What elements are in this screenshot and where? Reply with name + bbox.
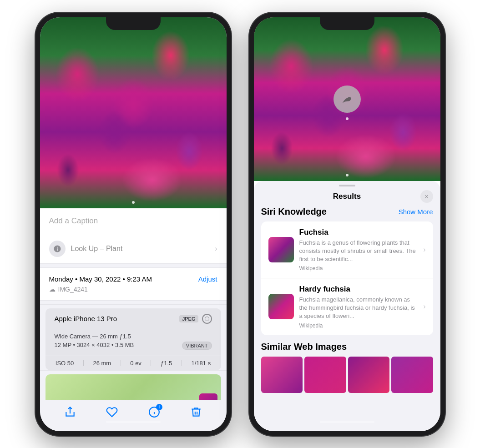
info-badge: i: [156, 404, 162, 410]
hardy-text: Hardy fuchsia Fuchsia magellanica, commo…: [299, 285, 418, 329]
results-header: Results ×: [254, 190, 440, 206]
similar-image-4[interactable]: [391, 357, 433, 393]
exif-divider-4: [182, 360, 182, 366]
exif-focal: 26 mm: [93, 360, 111, 367]
sheet-handle: [339, 185, 355, 186]
share-button[interactable]: [64, 406, 76, 418]
camera-header: Apple iPhone 13 Pro JPEG: [45, 308, 221, 329]
lens-info: Wide Camera — 26 mm ƒ1.5: [55, 333, 212, 340]
badge-row: JPEG: [179, 314, 212, 324]
flower-background: [40, 17, 227, 208]
similar-title: Similar Web Images: [261, 342, 433, 352]
map-thumbnail: [199, 393, 217, 400]
lookup-subject: Plant: [104, 245, 122, 252]
fuchsia-description: Fuchsia is a genus of flowering plants t…: [299, 239, 418, 264]
exif-divider-3: [151, 360, 151, 366]
home-indicator-2: [320, 421, 374, 423]
fuchsia-chevron-icon: ›: [423, 246, 425, 254]
similar-image-1[interactable]: [261, 357, 303, 393]
page-dot-indicator: [132, 201, 135, 204]
photo-info-area[interactable]: Add a Caption Look Up – Plant ›: [40, 208, 227, 400]
phone-2-screen: Results × Siri Knowledge Show More Fuchs…: [254, 17, 440, 431]
phone-1-screen: Add a Caption Look Up – Plant ›: [40, 17, 227, 431]
siri-dot: [346, 117, 349, 120]
favorite-button[interactable]: [106, 406, 118, 418]
lookup-row[interactable]: Look Up – Plant ›: [40, 234, 227, 264]
home-indicator-1: [106, 421, 161, 423]
info-badge-label: i: [158, 405, 160, 409]
fuchsia-source: Wikipedia: [299, 265, 418, 272]
hardy-chevron-icon: ›: [423, 302, 425, 311]
hardy-source: Wikipedia: [299, 322, 418, 329]
knowledge-card: Fuchsia Fuchsia is a genus of flowering …: [261, 221, 433, 335]
date-text: Monday • May 30, 2022 • 9:23 AM: [49, 275, 152, 283]
camera-section: Apple iPhone 13 Pro JPEG Wide Camera — 2…: [40, 304, 227, 371]
hardy-description: Fuchsia magellanica, commonly known as t…: [299, 296, 418, 321]
notch-2: [320, 17, 374, 30]
show-more-button[interactable]: Show More: [399, 208, 433, 216]
exif-divider: [83, 360, 84, 366]
fuchsia-text: Fuchsia Fuchsia is a genus of flowering …: [299, 228, 418, 272]
camera-stats-row: 12 MP • 3024 × 4032 • 3.5 MB VIBRANT: [55, 342, 212, 350]
results-content: Siri Knowledge Show More Fuchsia Fuchsia…: [254, 206, 440, 393]
cloud-icon: ☁: [49, 286, 56, 293]
phone-2: Results × Siri Knowledge Show More Fuchs…: [249, 13, 445, 436]
knowledge-item-fuchsia[interactable]: Fuchsia Fuchsia is a genus of flowering …: [261, 221, 433, 279]
camera-model: Apple iPhone 13 Pro: [55, 315, 117, 322]
lookup-label: Look Up –: [71, 245, 104, 252]
page-dot-indicator-2: [346, 174, 349, 176]
lookup-chevron-icon: ›: [215, 245, 217, 253]
exif-ev: 0 ev: [130, 360, 141, 367]
lookup-text: Look Up – Plant: [71, 245, 123, 253]
map-section[interactable]: [45, 374, 221, 400]
similar-image-2[interactable]: [304, 357, 346, 393]
exif-aperture: ƒ1.5: [161, 360, 172, 367]
exif-divider-2: [121, 360, 121, 366]
lens-icon: [202, 314, 212, 324]
hardy-title: Hardy fuchsia: [299, 285, 418, 294]
img-name-row: ☁ IMG_4241: [49, 286, 217, 293]
siri-knowledge-header: Siri Knowledge Show More: [261, 206, 433, 217]
caption-input[interactable]: Add a Caption: [40, 208, 227, 234]
fuchsia-title: Fuchsia: [299, 228, 418, 237]
photos-app-screen: Add a Caption Look Up – Plant ›: [40, 17, 227, 431]
exif-row: ISO 50 26 mm 0 ev ƒ1.5 1/181 s: [45, 356, 221, 370]
knowledge-item-hardy[interactable]: Hardy fuchsia Fuchsia magellanica, commo…: [261, 278, 433, 335]
camera-details: Wide Camera — 26 mm ƒ1.5 12 MP • 3024 × …: [45, 329, 221, 356]
adjust-button[interactable]: Adjust: [198, 275, 217, 283]
date-row: Monday • May 30, 2022 • 9:23 AM Adjust: [49, 275, 217, 283]
similar-images-grid: [261, 357, 433, 393]
results-title: Results: [333, 192, 361, 201]
photo-image[interactable]: [40, 17, 227, 208]
lookup-icon: [49, 241, 66, 257]
exif-iso: ISO 50: [56, 360, 74, 367]
similar-image-3[interactable]: [348, 357, 390, 393]
info-button[interactable]: i: [148, 406, 161, 418]
siri-knowledge-title: Siri Knowledge: [261, 206, 327, 217]
close-button[interactable]: ×: [420, 190, 433, 203]
similar-images-section: Similar Web Images: [261, 342, 433, 393]
bottom-toolbar: i: [40, 400, 227, 431]
date-section: Monday • May 30, 2022 • 9:23 AM Adjust ☁…: [40, 267, 227, 301]
jpeg-badge: JPEG: [179, 315, 198, 322]
notch: [106, 17, 161, 30]
visual-lookup-screen: Results × Siri Knowledge Show More Fuchs…: [254, 17, 440, 431]
phone-1: Add a Caption Look Up – Plant ›: [35, 13, 231, 436]
vibrant-badge: VIBRANT: [182, 342, 212, 350]
image-filename: IMG_4241: [58, 286, 88, 293]
hardy-thumbnail: [268, 294, 294, 319]
results-sheet: Results × Siri Knowledge Show More Fuchs…: [254, 181, 440, 431]
fuchsia-thumbnail: [268, 237, 294, 262]
delete-button[interactable]: [190, 406, 202, 418]
photo-image-2[interactable]: [254, 17, 440, 181]
siri-visual-badge: [333, 86, 361, 113]
exif-shutter: 1/181 s: [192, 360, 211, 367]
mp-info: 12 MP • 3024 × 4032 • 3.5 MB: [55, 342, 134, 348]
